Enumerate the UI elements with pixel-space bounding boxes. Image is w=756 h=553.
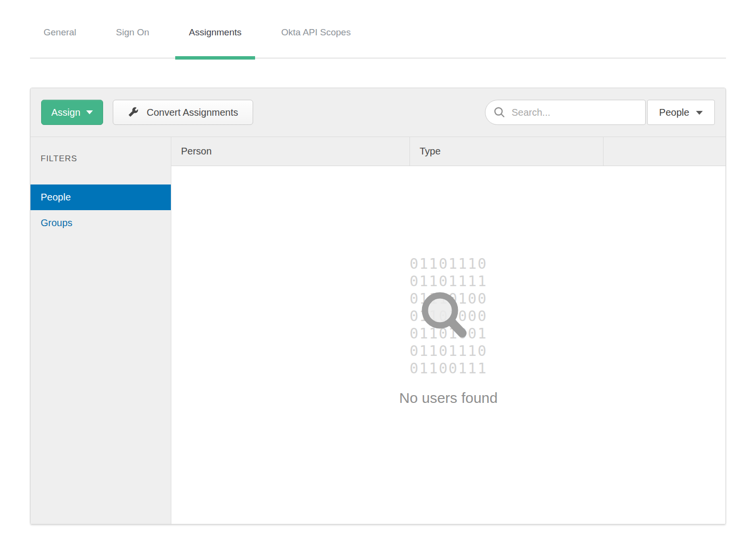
- assignments-toolbar: Assign Convert Assignments People: [30, 88, 726, 137]
- tab-general[interactable]: General: [30, 25, 90, 58]
- binary-line: 01101110: [409, 255, 487, 273]
- chevron-down-icon: [696, 111, 703, 115]
- filters-sidebar: FILTERS People Groups: [30, 137, 171, 524]
- chevron-down-icon: [86, 110, 93, 114]
- search-scope-value: People: [659, 107, 689, 118]
- binary-line: 01100111: [409, 360, 487, 377]
- empty-state-message: No users found: [399, 390, 498, 406]
- assignments-panel: Assign Convert Assignments People: [30, 88, 726, 524]
- app-tabs: General Sign On Assignments Okta API Sco…: [30, 0, 726, 59]
- tab-okta-api-scopes[interactable]: Okta API Scopes: [268, 25, 364, 58]
- column-header-actions: [604, 137, 726, 166]
- tab-sign-on[interactable]: Sign On: [103, 25, 163, 58]
- filter-item-people[interactable]: People: [30, 184, 171, 210]
- convert-assignments-label: Convert Assignments: [147, 107, 238, 118]
- search-scope-dropdown[interactable]: People: [647, 100, 715, 125]
- panel-body: FILTERS People Groups Person Type 011011…: [30, 137, 726, 524]
- wrench-icon: [128, 107, 139, 118]
- magnifier-icon: [420, 290, 472, 342]
- search-icon: [493, 106, 506, 119]
- search-input[interactable]: [511, 107, 639, 119]
- binary-line: 01101111: [409, 273, 487, 290]
- assignments-table: Person Type 01101110 01101111 01110100 0…: [171, 137, 726, 524]
- assign-button-label: Assign: [51, 107, 80, 118]
- convert-assignments-button[interactable]: Convert Assignments: [113, 100, 253, 125]
- column-header-person[interactable]: Person: [171, 137, 410, 166]
- filter-item-groups[interactable]: Groups: [30, 210, 171, 236]
- toolbar-right-group: People: [485, 100, 715, 125]
- binary-line: 01101110: [409, 342, 487, 360]
- search-box[interactable]: [485, 100, 646, 125]
- column-header-type[interactable]: Type: [410, 137, 604, 166]
- tab-assignments[interactable]: Assignments: [175, 25, 255, 58]
- table-header-row: Person Type: [171, 137, 726, 166]
- filters-heading: FILTERS: [30, 137, 171, 184]
- empty-state: 01101110 01101111 01110100 01101000 0110…: [171, 166, 726, 524]
- binary-art: 01101110 01101111 01110100 01101000 0110…: [409, 255, 487, 377]
- assign-button[interactable]: Assign: [41, 100, 103, 125]
